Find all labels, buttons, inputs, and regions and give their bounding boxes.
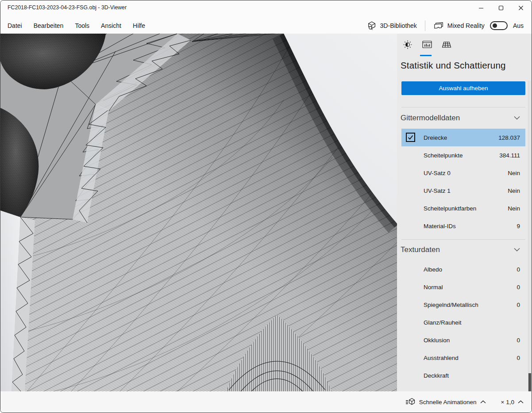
stat-label: Glanz/Rauheit — [424, 319, 520, 326]
stat-label: Ausstrahlend — [424, 355, 517, 361]
tab-statistics[interactable] — [422, 39, 432, 50]
panel-scrollbar[interactable] — [528, 80, 531, 391]
stat-row-spiegelnd-metallisch[interactable]: Spiegelnd/Metallisch 0 — [401, 296, 525, 314]
stat-row-uv-satz-1[interactable]: UV-Satz 1 Nein — [401, 182, 525, 199]
minimize-button[interactable] — [471, 0, 491, 15]
chevron-down-icon — [514, 248, 520, 252]
menu-item-ansicht[interactable]: Ansicht — [95, 19, 127, 32]
stat-value: 0 — [517, 337, 520, 344]
stat-row-albedo[interactable]: Albedo 0 — [401, 260, 525, 278]
mixed-reality-state: Aus — [513, 22, 524, 29]
stat-label: Albedo — [424, 266, 517, 273]
tab-wireframe[interactable] — [441, 39, 452, 50]
stat-label: Normal — [424, 284, 517, 291]
panel-title: Statistik und Schattierung — [401, 60, 506, 71]
chevron-up-icon — [518, 400, 524, 404]
bar-chart-stats-icon — [422, 40, 432, 50]
stat-row-normal[interactable]: Normal 0 — [401, 278, 525, 296]
menu-item-hilfe[interactable]: Hilfe — [127, 19, 151, 32]
section-header-mesh-data[interactable]: Gittermodelldaten — [401, 111, 525, 126]
3d-library-label: 3D-Bibliothek — [380, 22, 417, 29]
mixed-reality-group: Mixed Reality Aus — [429, 19, 528, 32]
stat-label: Material-IDs — [424, 223, 517, 229]
section-title: Texturdaten — [401, 245, 440, 254]
menubar: Datei Bearbeiten Tools Ansicht Hilfe 3D-… — [0, 17, 532, 34]
stat-value: 384.111 — [499, 152, 520, 159]
viewport-3d-mesh[interactable] — [0, 34, 398, 391]
app-window: FC2018-FC103-2023-04-23-FSG.obj - 3D-Vie… — [0, 0, 532, 413]
stat-row-ausstrahlend[interactable]: Ausstrahlend 0 — [401, 349, 525, 367]
window-controls — [471, 0, 531, 15]
stat-label: Dreiecke — [424, 134, 498, 141]
stat-row-material-ids[interactable]: Material-IDs 9 — [401, 217, 525, 235]
stat-row-grundfarbe[interactable]: Grundfarbe — [401, 384, 525, 391]
stat-row-uv-satz-0[interactable]: UV-Satz 0 Nein — [401, 164, 525, 182]
stat-label: Deckkraft — [424, 372, 520, 379]
scrollbar-thumb[interactable] — [528, 373, 531, 391]
3d-library-button[interactable]: 3D-Bibliothek — [362, 19, 421, 32]
mr-goggles-icon — [433, 21, 444, 31]
stat-row-dreiecke[interactable]: Dreiecke 128.037 — [401, 129, 525, 146]
chevron-down-icon — [514, 116, 520, 120]
menu-item-datei[interactable]: Datei — [2, 19, 28, 32]
selected-tab-underline — [420, 55, 432, 56]
menu-item-tools[interactable]: Tools — [69, 19, 95, 32]
toolbar-separator — [425, 20, 425, 31]
stat-row-scheitelpunkte[interactable]: Scheitelpunkte 384.111 — [401, 146, 525, 164]
stat-value: 0 — [517, 266, 520, 273]
tab-shading[interactable] — [402, 39, 413, 50]
speed-value: × 1,0 — [501, 399, 514, 405]
stat-value: 9 — [517, 223, 520, 229]
stat-label: Scheitelpunktfarben — [424, 205, 508, 212]
cube-search-icon — [367, 21, 377, 31]
statusbar: Schnelle Animationen × 1,0 — [0, 391, 532, 413]
animations-control[interactable]: Schnelle Animationen — [405, 397, 486, 407]
clear-selection-button[interactable]: Auswahl aufheben — [401, 81, 525, 95]
stat-value: 0 — [517, 355, 520, 361]
mixed-reality-toggle[interactable] — [490, 21, 508, 30]
wireframe-grid-icon — [441, 40, 452, 50]
close-button[interactable] — [511, 0, 531, 15]
playback-speed-control[interactable]: × 1,0 — [501, 399, 524, 405]
row-checkbox[interactable] — [406, 133, 415, 142]
titlebar: FC2018-FC103-2023-04-23-FSG.obj - 3D-Vie… — [0, 0, 532, 17]
stat-value: Nein — [508, 205, 520, 212]
maximize-button[interactable] — [491, 0, 511, 15]
close-icon — [518, 5, 524, 11]
stat-label: Okklusion — [424, 337, 517, 344]
section-title: Gittermodelldaten — [401, 114, 460, 122]
stat-row-scheitelpunktfarben[interactable]: Scheitelpunktfarben Nein — [401, 199, 525, 217]
stat-value: Nein — [508, 187, 520, 194]
stat-value: Nein — [508, 170, 520, 176]
divider — [401, 239, 525, 240]
sun-shading-icon — [403, 40, 412, 50]
stat-row-okklusion[interactable]: Okklusion 0 — [401, 331, 525, 349]
statistics-panel: Statistik und Schattierung Auswahl aufhe… — [397, 34, 532, 391]
mixed-reality-label: Mixed Reality — [447, 22, 485, 29]
stat-label: UV-Satz 0 — [424, 170, 508, 176]
divider — [401, 107, 525, 107]
stat-value: 128.037 — [498, 134, 520, 141]
main-content: Statistik und Schattierung Auswahl aufhe… — [0, 34, 532, 391]
stat-label: Spiegelnd/Metallisch — [424, 302, 517, 308]
animation-cube-icon — [405, 397, 416, 407]
menu-item-bearbeiten[interactable]: Bearbeiten — [28, 19, 69, 32]
toggle-knob — [493, 23, 497, 28]
chevron-up-icon — [480, 400, 486, 404]
stat-value: 0 — [517, 284, 520, 291]
stat-row-glanz-rauheit[interactable]: Glanz/Rauheit — [401, 314, 525, 331]
minimize-icon — [478, 5, 484, 11]
mesh-data-rows: Dreiecke 128.037 Scheitelpunkte 384.111 … — [401, 129, 525, 235]
window-title: FC2018-FC103-2023-04-23-FSG.obj - 3D-Vie… — [8, 4, 127, 11]
panel-tabs — [402, 39, 452, 50]
maximize-icon — [498, 5, 504, 11]
stat-row-deckkraft[interactable]: Deckkraft — [401, 367, 525, 384]
animations-label: Schnelle Animationen — [419, 399, 477, 405]
stat-label: UV-Satz 1 — [424, 187, 508, 194]
stat-value: 0 — [517, 302, 520, 308]
texture-data-rows: Albedo 0 Normal 0 Spiegelnd/Metallisch 0… — [401, 260, 525, 391]
stat-label: Scheitelpunkte — [424, 152, 499, 159]
section-header-texture-data[interactable]: Texturdaten — [401, 242, 525, 257]
